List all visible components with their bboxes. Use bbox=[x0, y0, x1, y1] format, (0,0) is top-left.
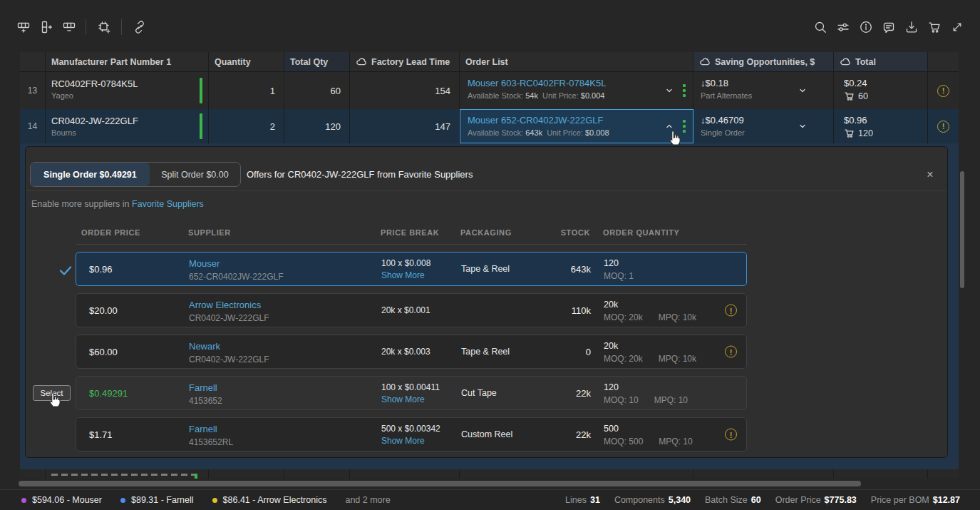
tab-single-order[interactable]: Single Order $0.49291 bbox=[31, 163, 150, 186]
chevron-down-icon[interactable] bbox=[798, 86, 808, 96]
expand-icon[interactable] bbox=[950, 20, 964, 34]
info-icon[interactable] bbox=[859, 20, 873, 34]
header-saving-opportunities[interactable]: Saving Opportunities, $ bbox=[693, 52, 834, 71]
cart-icon[interactable] bbox=[927, 20, 942, 34]
mpn-cell[interactable]: RC0402FR-0784K5L Yageo bbox=[46, 72, 209, 109]
table-row[interactable]: 13 RC0402FR-0784K5L Yageo 1 60 154 Mouse… bbox=[20, 72, 959, 109]
packaging: Cut Tape bbox=[461, 377, 497, 409]
col-order-price: ORDER PRICE bbox=[81, 228, 140, 237]
download-icon[interactable] bbox=[904, 20, 919, 34]
warning-icon[interactable]: ! bbox=[937, 85, 949, 97]
search-icon[interactable] bbox=[813, 20, 827, 34]
unlink-icon[interactable] bbox=[133, 20, 147, 34]
quantity-cell[interactable]: 2 bbox=[209, 109, 284, 143]
show-more-link[interactable]: Show More bbox=[381, 394, 425, 404]
chevron-up-icon[interactable] bbox=[664, 121, 674, 131]
chevron-down-icon[interactable] bbox=[664, 86, 674, 96]
lead-time-cell[interactable]: 154 bbox=[350, 72, 460, 109]
add-row-icon[interactable] bbox=[16, 20, 31, 34]
supplier-part-number: 4153652RL bbox=[189, 437, 233, 447]
supplier-link[interactable]: Mouser bbox=[189, 258, 220, 269]
supplier-link[interactable]: Farnell bbox=[189, 382, 217, 393]
supplier-total-label: $89.31 - Farnell bbox=[131, 495, 194, 505]
lead-time-cell[interactable]: 147 bbox=[350, 109, 460, 143]
order-list-cell[interactable]: Mouser 603-RC0402FR-0784K5L Available St… bbox=[460, 72, 693, 109]
price-break: 100 x $0.008 bbox=[381, 258, 430, 268]
order-qty: 20k bbox=[604, 341, 696, 351]
table-row-selected[interactable]: 14 CR0402-JW-222GLF Bourns 2 120 147 Mou… bbox=[20, 109, 959, 143]
order-qty: 500 bbox=[604, 424, 693, 434]
mpn-cell[interactable]: CR0402-JW-222GLF Bourns bbox=[46, 109, 209, 143]
warning-icon[interactable]: ! bbox=[725, 305, 737, 317]
total-qty-cell[interactable]: 60 bbox=[284, 72, 350, 109]
header-quantity[interactable]: Quantity bbox=[209, 52, 284, 71]
show-more-link[interactable]: Show More bbox=[381, 270, 425, 280]
favorite-suppliers-link[interactable]: Favorite Suppliers bbox=[132, 199, 204, 209]
offer-row-selected[interactable]: $0.96 Mouser 652-CR0402JW-222GLF 100 x $… bbox=[76, 252, 747, 286]
price-break: 20k x $0.003 bbox=[381, 335, 430, 368]
supplier-total: $89.31 - Farnell bbox=[120, 495, 194, 505]
saving-cell[interactable]: ↓$0.46709 Single Order bbox=[693, 109, 834, 143]
partial-next-row bbox=[20, 469, 959, 479]
warning-icon[interactable]: ! bbox=[725, 346, 737, 358]
order-link[interactable]: Mouser 652-CR0402JW-222GLF bbox=[468, 115, 604, 126]
price-break: 20k x $0.001 bbox=[381, 294, 430, 327]
status-bar: $594.06 - Mouser $89.31 - Farnell $86.41… bbox=[0, 489, 980, 510]
remove-row-icon[interactable] bbox=[62, 20, 76, 34]
availability-bar bbox=[200, 78, 202, 103]
supplier-link[interactable]: Arrow Electronics bbox=[189, 300, 261, 310]
header-total[interactable]: Total bbox=[834, 52, 928, 71]
add-component-icon[interactable] bbox=[97, 20, 111, 34]
price-value: $0.008 bbox=[585, 128, 609, 137]
total-price: $0.96 bbox=[844, 115, 927, 126]
supplier-total: $594.06 - Mouser bbox=[21, 495, 102, 505]
supplier-link[interactable]: Farnell bbox=[189, 424, 217, 434]
warning-icon[interactable]: ! bbox=[725, 429, 737, 441]
vertical-scrollbar[interactable] bbox=[960, 171, 964, 288]
horizontal-scrollbar[interactable] bbox=[19, 481, 861, 486]
filters-icon[interactable] bbox=[836, 20, 850, 34]
offer-options-dots[interactable] bbox=[683, 120, 686, 133]
offer-row-hover[interactable]: $0.49291 Farnell 4153652 100 x $0.00411 … bbox=[76, 376, 747, 410]
supplier-dot bbox=[21, 498, 26, 503]
supplier-total: $86.41 - Arrow Electronics bbox=[212, 495, 327, 505]
show-more-link[interactable]: Show More bbox=[381, 436, 425, 446]
supplier-part-number: 4153652 bbox=[189, 396, 222, 406]
supplier-link[interactable]: Newark bbox=[189, 341, 220, 352]
stock: 22k bbox=[532, 418, 591, 451]
warning-cell[interactable]: ! bbox=[928, 109, 959, 143]
order-list-cell-selected[interactable]: Mouser 652-CR0402JW-222GLF Available Sto… bbox=[460, 109, 693, 143]
more-suppliers[interactable]: and 2 more bbox=[345, 495, 390, 505]
header-mpn[interactable]: Manufacturer Part Number 1 bbox=[46, 52, 209, 71]
header-order-list[interactable]: Order List bbox=[460, 52, 693, 71]
tab-split-order[interactable]: Split Order $0.00 bbox=[150, 163, 240, 186]
manufacturer-value: Bourns bbox=[51, 128, 208, 137]
offer-options-dots[interactable] bbox=[683, 84, 686, 97]
order-link[interactable]: Mouser 603-RC0402FR-0784K5L bbox=[468, 78, 606, 88]
header-total-qty[interactable]: Total Qty bbox=[284, 52, 350, 71]
comment-icon[interactable] bbox=[882, 20, 896, 34]
col-supplier: SUPPLIER bbox=[188, 228, 231, 237]
stock-label: Available Stock: bbox=[468, 128, 523, 137]
chevron-down-icon[interactable] bbox=[798, 121, 808, 131]
offer-row[interactable]: $1.71 Farnell 4153652RL 500 x $0.00342 S… bbox=[76, 417, 747, 452]
availability-bar bbox=[195, 474, 197, 479]
add-column-icon[interactable] bbox=[39, 20, 53, 34]
header-factory-lead-time[interactable]: Factory Lead Time bbox=[350, 52, 460, 71]
stat-batch-size: Batch Size60 bbox=[705, 495, 761, 505]
offer-price: $0.96 bbox=[89, 253, 113, 285]
close-icon[interactable]: × bbox=[922, 167, 938, 183]
select-offer-button[interactable]: Select bbox=[33, 385, 71, 401]
offer-row[interactable]: $60.00 Newark CR0402-JW-222GLF 20k x $0.… bbox=[76, 335, 747, 369]
warning-cell[interactable]: ! bbox=[928, 72, 959, 109]
popup-divider bbox=[26, 190, 947, 191]
offer-price: $60.00 bbox=[89, 335, 118, 368]
offer-row[interactable]: $20.00 Arrow Electronics CR0402-JW-222GL… bbox=[76, 293, 747, 327]
stock: 110k bbox=[532, 294, 591, 327]
total-qty-cell[interactable]: 120 bbox=[284, 109, 350, 143]
quantity-cell[interactable]: 1 bbox=[209, 72, 284, 109]
warning-icon[interactable]: ! bbox=[937, 121, 949, 133]
mpq: MPQ: 10k bbox=[659, 354, 696, 364]
saving-cell[interactable]: ↓$0.18 Part Alternates bbox=[693, 72, 834, 109]
saving-amount: ↓$0.18 bbox=[701, 78, 833, 88]
